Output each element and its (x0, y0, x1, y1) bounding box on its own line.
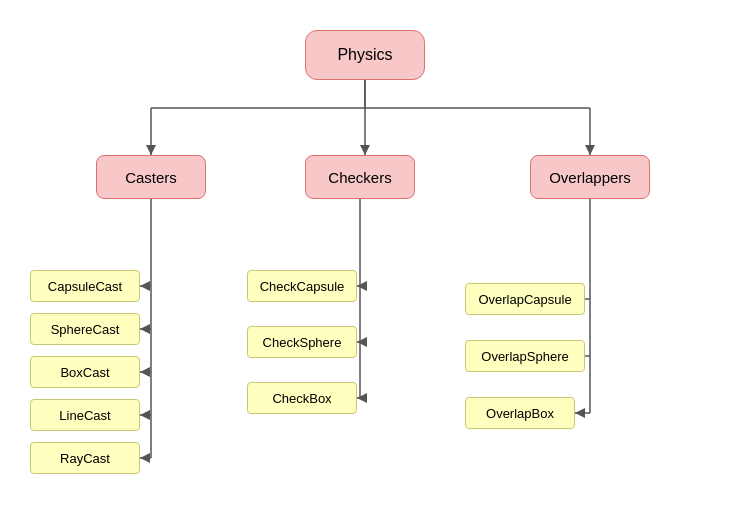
svg-marker-23 (357, 281, 367, 291)
category-casters-label: Casters (125, 169, 177, 186)
svg-marker-5 (360, 145, 370, 155)
category-overlappers-label: Overlappers (549, 169, 631, 186)
leaf-check-capsule: CheckCapsule (247, 270, 357, 302)
leaf-capsule-cast: CapsuleCast (30, 270, 140, 302)
svg-marker-14 (140, 324, 150, 334)
svg-marker-34 (575, 408, 585, 418)
svg-marker-3 (146, 145, 156, 155)
svg-marker-27 (357, 393, 367, 403)
category-checkers-label: Checkers (328, 169, 391, 186)
leaf-ray-cast: RayCast (30, 442, 140, 474)
svg-marker-20 (140, 453, 150, 463)
root-label: Physics (337, 46, 392, 64)
svg-marker-18 (140, 410, 150, 420)
leaf-overlap-sphere: OverlapSphere (465, 340, 585, 372)
root-node: Physics (305, 30, 425, 80)
diagram: Physics Casters Checkers Overlappers Cap… (0, 0, 730, 529)
leaf-box-cast: BoxCast (30, 356, 140, 388)
category-overlappers: Overlappers (530, 155, 650, 199)
leaf-line-cast: LineCast (30, 399, 140, 431)
leaf-sphere-cast: SphereCast (30, 313, 140, 345)
leaf-overlap-capsule: OverlapCapsule (465, 283, 585, 315)
category-casters: Casters (96, 155, 206, 199)
svg-marker-8 (585, 145, 595, 155)
leaf-overlap-box: OverlapBox (465, 397, 575, 429)
svg-marker-25 (357, 337, 367, 347)
leaf-check-box: CheckBox (247, 382, 357, 414)
svg-marker-12 (140, 281, 150, 291)
category-checkers: Checkers (305, 155, 415, 199)
svg-marker-16 (140, 367, 150, 377)
leaf-check-sphere: CheckSphere (247, 326, 357, 358)
